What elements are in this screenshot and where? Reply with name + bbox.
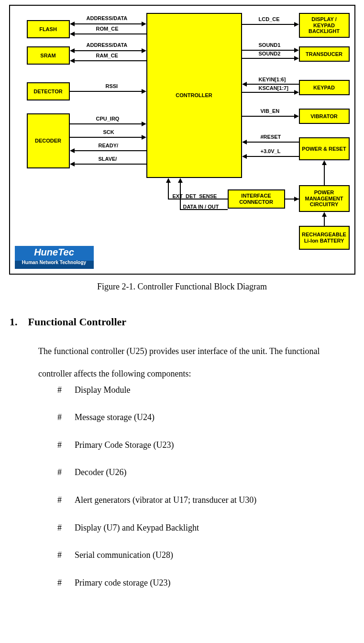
signal-sound2: SOUND2	[259, 51, 281, 56]
signal-v3: +3.0V_L	[261, 148, 281, 154]
signal-reset: #RESET	[261, 134, 281, 140]
list-item: Message storage (U24)	[75, 412, 154, 422]
signal-sck: SCK	[103, 129, 114, 135]
signal-rom-ce: ROM_CE	[96, 26, 119, 32]
figure-caption: Figure 2-1. Controller Functional Block …	[5, 282, 359, 292]
component-list: #Display Module #Message storage (U24) #…	[57, 385, 359, 588]
block-vibrator: VIBRATOR	[299, 109, 350, 124]
block-flash: FLASH	[27, 20, 70, 38]
block-battery: RECHARGEABLE Li-Ion BATTERY	[299, 226, 350, 250]
signal-keyin: KEYIN[1:6]	[259, 77, 286, 82]
block-keypad: KEYPAD	[299, 80, 350, 95]
list-item: Display Module	[75, 385, 131, 395]
block-display-keypad-backlight: DISPLAY / KEYPAD BACKLIGHT	[299, 13, 350, 38]
section-heading: Functional Controller	[28, 316, 127, 328]
block-power-mgmt: POWER MANAGEMENT CIRCUITRY	[299, 185, 350, 212]
list-item: Display (U7) and Keypad Backlight	[75, 523, 199, 532]
section-number: 1.	[10, 316, 18, 328]
signal-ext-det-sense: EXT_DET_SENSE	[173, 193, 217, 199]
list-item: Primary Code Storage (U23)	[75, 440, 174, 450]
signal-address-data-2: ADDRESS/DATA	[87, 42, 128, 48]
signal-lcd-ce: LCD_CE	[259, 16, 280, 22]
block-power-reset: POWER & RESET	[299, 137, 350, 160]
signal-ram-ce: RAM_CE	[96, 53, 118, 58]
list-item: Decoder (U26)	[75, 467, 126, 477]
block-detector: DETECTOR	[27, 82, 70, 100]
signal-vib-en: VIB_EN	[261, 108, 280, 114]
signal-ready: READY/	[99, 143, 119, 148]
list-item: Serial communication (U28)	[75, 550, 173, 560]
signal-kscan: KSCAN[1:7]	[259, 85, 288, 91]
signal-sound1: SOUND1	[259, 42, 281, 48]
logo-main-text: HuneTec	[15, 246, 94, 258]
block-diagram: FLASH SRAM DETECTOR DECODER CONTROLLER D…	[9, 5, 355, 275]
signal-rssi: RSSI	[106, 83, 118, 89]
section-title: 1. Functional Controller	[10, 316, 359, 328]
hunetec-logo: HuneTec Human Network Technology	[15, 246, 94, 269]
block-transducer: TRANSDUCER	[299, 46, 350, 62]
block-interface-connector: INTERFACE CONNECTOR	[228, 189, 285, 209]
block-controller: CONTROLLER	[146, 13, 242, 178]
signal-slave: SLAVE/	[99, 156, 117, 162]
block-decoder: DECODER	[27, 113, 70, 168]
logo-sub-text: Human Network Technology	[15, 258, 94, 265]
signal-address-data-1: ADDRESS/DATA	[87, 15, 128, 21]
signal-cpu-irq: CPU_IRQ	[96, 116, 120, 122]
signal-data-io: DATA IN / OUT	[183, 204, 219, 210]
list-item: Primary code storage (U23)	[75, 578, 170, 588]
section-intro: The functional controller (U25) provides…	[38, 340, 350, 385]
block-sram: SRAM	[27, 46, 70, 65]
list-item: Alert generators (vibrator at U17; trans…	[75, 495, 256, 505]
